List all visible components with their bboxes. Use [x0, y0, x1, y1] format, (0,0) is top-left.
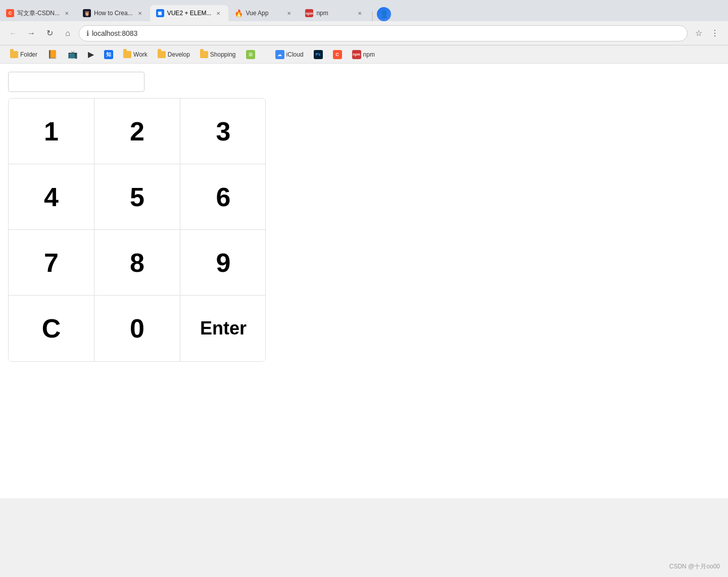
extensions-button[interactable]: ⋮	[708, 26, 722, 40]
btn-enter[interactable]: Enter	[180, 296, 266, 361]
btn-7[interactable]: 7	[9, 230, 94, 296]
bookmark-work-label: Work	[133, 51, 148, 58]
youtube-icon: ▶	[88, 50, 94, 59]
bookmark-npm-label: npm	[363, 51, 375, 58]
btn-5[interactable]: 5	[94, 164, 180, 230]
tab-vue2-close[interactable]: ✕	[214, 9, 222, 17]
browser-chrome: C 写文章-CSDN... ✕ 🦉 How to Crea... ✕ ▣ VUE…	[0, 0, 728, 64]
address-info-icon: ℹ	[86, 29, 89, 37]
bookmark-work[interactable]: Work	[119, 49, 152, 60]
zhihu-icon: 知	[104, 50, 113, 59]
btn-2[interactable]: 2	[94, 99, 180, 164]
btn-9[interactable]: 9	[180, 230, 266, 296]
owl-tab-icon: 🦉	[83, 9, 91, 17]
tab-howto-close[interactable]: ✕	[136, 9, 144, 17]
tab-bar: C 写文章-CSDN... ✕ 🦉 How to Crea... ✕ ▣ VUE…	[0, 0, 728, 21]
bookmark-npm[interactable]: npm npm	[348, 48, 379, 61]
bookmark-ps[interactable]: Ps	[310, 48, 327, 61]
bookmark-develop-label: Develop	[168, 51, 190, 58]
btn-4[interactable]: 4	[9, 164, 94, 230]
back-button[interactable]: ←	[6, 26, 20, 40]
work-folder-icon	[123, 51, 131, 58]
bookmark-csdn[interactable]: C	[329, 48, 346, 61]
btn-3[interactable]: 3	[180, 99, 266, 164]
watermark: CSDN @十月oo00	[669, 562, 720, 571]
page-content: 1 2 3 4 5 6 7 8 9 C 0 Enter	[0, 64, 728, 498]
npm-bookmark-icon: npm	[352, 50, 361, 59]
bookmark-apple[interactable]	[261, 53, 269, 57]
numpad: 1 2 3 4 5 6 7 8 9 C 0 Enter	[8, 98, 266, 362]
npm-tab-icon: npm	[305, 9, 313, 17]
toolbar: ← → ↻ ⌂ ℹ localhost:8083 ☆ ⋮	[0, 21, 728, 45]
ps-icon: Ps	[314, 50, 323, 59]
bookmark-icloud-label: iCloud	[286, 51, 304, 58]
bookmark-icloud[interactable]: ☁ iCloud	[271, 48, 308, 61]
bookmark-book[interactable]: 📙	[43, 47, 62, 61]
bookmark-bilibili[interactable]: 📺	[64, 47, 82, 61]
tab-vueapp-label: Vue App	[246, 10, 282, 17]
csdn-tab-icon: C	[6, 9, 14, 17]
bilibili-icon: 📺	[68, 50, 78, 59]
folder-icon	[10, 51, 18, 58]
develop-folder-icon	[158, 51, 166, 58]
btn-c[interactable]: C	[9, 296, 94, 361]
display-input[interactable]	[8, 72, 144, 92]
tab-npm-close[interactable]: ✕	[356, 9, 364, 17]
bookmark-shopping[interactable]: Shopping	[196, 49, 240, 60]
tab-howto-label: How to Crea...	[94, 10, 133, 17]
tab-npm[interactable]: npm npm ✕	[299, 5, 370, 21]
bookmark-develop[interactable]: Develop	[154, 49, 194, 60]
tab-csdn-close[interactable]: ✕	[63, 9, 71, 17]
calc-icon: ⊞	[246, 50, 255, 59]
bookmark-star-button[interactable]: ☆	[692, 26, 706, 40]
address-bar[interactable]: ℹ localhost:8083	[79, 25, 688, 41]
btn-8[interactable]: 8	[94, 230, 180, 296]
tab-csdn-label: 写文章-CSDN...	[17, 9, 60, 18]
tab-csdn[interactable]: C 写文章-CSDN... ✕	[0, 5, 77, 21]
profile-icon[interactable]: 👤	[377, 7, 391, 21]
bookmark-folder[interactable]: Folder	[6, 49, 41, 60]
vue-tab-icon: ▣	[156, 9, 164, 17]
btn-0[interactable]: 0	[94, 296, 180, 361]
bookmark-calc[interactable]: ⊞	[242, 48, 259, 61]
tab-vue2-label: VUE2 + ELEM...	[167, 10, 212, 17]
reload-button[interactable]: ↻	[42, 26, 57, 40]
bookmark-folder-label: Folder	[20, 51, 37, 58]
tab-separator	[372, 11, 373, 21]
csdn-bookmark-icon: C	[333, 50, 342, 59]
tab-vueapp[interactable]: 🔥 Vue App ✕	[228, 5, 299, 21]
tab-vue2[interactable]: ▣ VUE2 + ELEM... ✕	[150, 5, 229, 21]
tab-howto[interactable]: 🦉 How to Crea... ✕	[77, 5, 150, 21]
bookmark-zhihu[interactable]: 知	[100, 48, 117, 61]
bookmarks-bar: Folder 📙 📺 ▶ 知 Work Develop	[0, 45, 728, 64]
btn-1[interactable]: 1	[9, 99, 94, 164]
tab-vueapp-close[interactable]: ✕	[285, 9, 293, 17]
shopping-folder-icon	[200, 51, 208, 58]
toolbar-right: ☆ ⋮	[692, 26, 722, 40]
icloud-icon: ☁	[275, 50, 284, 59]
book-icon: 📙	[47, 50, 58, 59]
bookmark-shopping-label: Shopping	[210, 51, 236, 58]
bookmark-youtube[interactable]: ▶	[84, 47, 98, 61]
address-text: localhost:8083	[92, 29, 137, 37]
forward-button[interactable]: →	[24, 26, 38, 40]
home-button[interactable]: ⌂	[61, 26, 75, 40]
fire-tab-icon: 🔥	[234, 9, 242, 17]
btn-6[interactable]: 6	[180, 164, 266, 230]
tab-npm-label: npm	[316, 10, 353, 17]
